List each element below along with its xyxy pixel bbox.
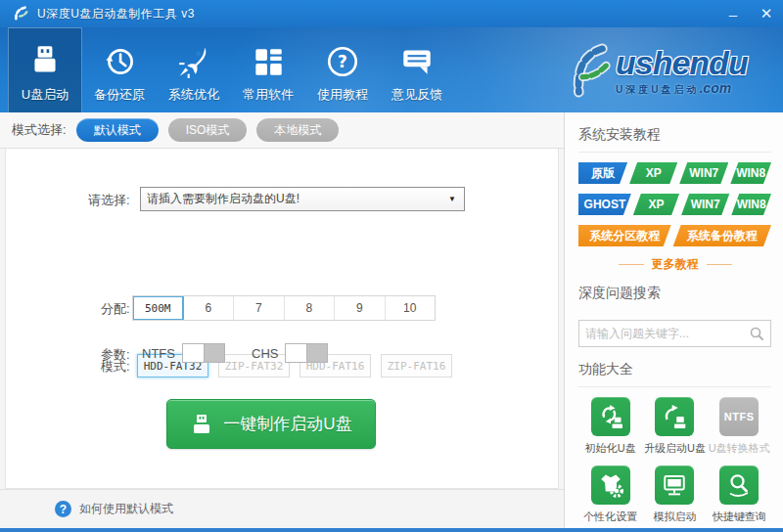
tutorial-partition[interactable]: 系统分区教程 [578, 225, 671, 246]
mode-option-zip-fat16[interactable]: ZIP-FAT16 [381, 354, 452, 377]
chs-toggle[interactable] [285, 343, 328, 363]
tutorial-row: 原版 XP WIN7 WIN8 [578, 162, 771, 184]
nav-label: U盘启动 [22, 86, 69, 104]
mode-pill-local[interactable]: 本地模式 [256, 118, 339, 142]
usb-drive-dropdown-value: 请插入需要制作启动盘的U盘! [147, 191, 448, 207]
chs-toggle-label: CHS [252, 346, 278, 361]
nav-item-common-software[interactable]: 常用软件 [231, 27, 305, 112]
feature-label: U盘转换格式 [709, 441, 770, 456]
tutorial-ghost-xp[interactable]: XP [633, 194, 679, 215]
personalize-icon [596, 470, 625, 500]
sidebar: 系统安装教程 原版 XP WIN7 WIN8 GHOST XP WIN7 WIN… [564, 112, 783, 528]
title-bar: U深度U盘启动盘制作工具 v3 – ✕ [0, 0, 783, 27]
brand-logo[interactable]: ushendu U深度U盘启动 .com [563, 35, 773, 106]
logo-figure-icon [563, 40, 614, 101]
nav-label: 意见反馈 [392, 86, 442, 104]
tutorial-ghost[interactable]: GHOST [578, 194, 631, 215]
feature-upgrade-usb[interactable]: 升级启动U盘 [643, 397, 708, 456]
minimize-button[interactable]: – [716, 0, 750, 27]
nav-bar: U盘启动 备份还原 系统优化 常用软件 [0, 27, 783, 112]
more-tutorials-link[interactable]: 更多教程 [652, 256, 699, 273]
footer-bar: ? 如何使用默认模式 [0, 489, 564, 528]
feature-personalize[interactable]: 个性化设置 [578, 466, 643, 524]
alloc-option-9[interactable]: 9 [335, 296, 386, 320]
usb-drive-icon [26, 43, 64, 80]
tutorial-yuanban-xp[interactable]: XP [629, 162, 677, 184]
help-link[interactable]: 如何使用默认模式 [79, 501, 173, 517]
mode-pill-default[interactable]: 默认模式 [76, 118, 159, 142]
alloc-row-label: 分配: [101, 300, 130, 318]
tutorial-yuanban-win7[interactable]: WIN7 [679, 162, 728, 184]
tutorial-yuanban[interactable]: 原版 [578, 162, 627, 184]
tutorial-row: 系统分区教程 系统备份教程 [578, 225, 771, 246]
ntfs-format-icon: NTFS [724, 411, 755, 422]
divider [619, 264, 644, 265]
feature-usb-format-convert[interactable]: NTFS U盘转换格式 [707, 397, 771, 456]
feature-label: 个性化设置 [583, 510, 637, 524]
alloc-option-500m[interactable]: 500M [133, 296, 184, 320]
make-boot-usb-button[interactable]: 一键制作启动U盘 [166, 399, 376, 449]
search-box [578, 320, 771, 347]
backup-restore-icon [101, 43, 138, 80]
alloc-option-10[interactable]: 10 [386, 296, 436, 320]
apps-grid-icon [250, 43, 287, 80]
feature-hotkey-query[interactable]: 快捷键查询 [707, 466, 771, 524]
nav-label: 使用教程 [317, 86, 368, 104]
nav-item-usb-boot[interactable]: U盘启动 [8, 27, 82, 112]
feature-label: 升级启动U盘 [644, 441, 706, 456]
feature-label: 快捷键查询 [713, 510, 766, 524]
alloc-option-7[interactable]: 7 [234, 296, 285, 320]
nav-item-system-optimize[interactable]: 系统优化 [157, 27, 231, 112]
toggle-knob [183, 344, 205, 362]
usb-drive-icon [190, 413, 213, 436]
logo-wordmark: ushendu [616, 46, 748, 79]
search-input[interactable] [585, 327, 749, 340]
toggle-knob [286, 344, 307, 362]
make-button-label: 一键制作启动U盘 [223, 413, 351, 435]
tutorial-ghost-win7[interactable]: WIN7 [681, 194, 729, 215]
simulate-boot-icon [660, 470, 689, 500]
alloc-option-6[interactable]: 6 [184, 296, 235, 320]
select-row-label: 请选择: [88, 192, 130, 209]
tutorial-yuanban-win8[interactable]: WIN8 [730, 162, 771, 184]
features-header: 功能大全 [578, 347, 771, 387]
mode-select-label: 模式选择: [12, 121, 67, 139]
mode-pill-iso[interactable]: ISO模式 [168, 118, 248, 142]
tutorial-backup[interactable]: 系统备份教程 [673, 225, 771, 246]
logo-subtitle: U深度U盘启动 [616, 85, 699, 95]
search-icon[interactable] [749, 326, 764, 341]
alloc-option-8[interactable]: 8 [285, 296, 336, 320]
tutorial-ghost-win8[interactable]: WIN8 [731, 194, 771, 215]
nav-item-feedback[interactable]: 意见反馈 [380, 27, 454, 112]
feedback-bubble-icon [398, 43, 436, 80]
allocation-segments: 500M 6 7 8 9 10 [132, 295, 436, 321]
upgrade-usb-icon [660, 402, 689, 431]
feature-label: 初始化U盘 [585, 441, 636, 456]
nav-label: 常用软件 [243, 86, 294, 104]
install-tutorials-header: 系统安装教程 [578, 112, 771, 153]
mode-select-bar: 模式选择: 默认模式 ISO模式 本地模式 [0, 112, 564, 149]
dropdown-arrow-icon: ▼ [448, 195, 456, 203]
close-button[interactable]: ✕ [750, 0, 783, 27]
feature-init-usb[interactable]: 初始化U盘 [578, 397, 643, 456]
more-tutorials: 更多教程 [578, 256, 771, 273]
svg-text:?: ? [338, 52, 347, 71]
logo-suffix: .com [699, 81, 731, 95]
question-search-header: 深度问题搜索 [578, 273, 771, 310]
rocket-icon [175, 43, 212, 80]
form-panel: 请选择: 请插入需要制作启动盘的U盘! ▼ 模式: HDD-FAT32 ZIP-… [5, 149, 559, 489]
main-content: 模式选择: 默认模式 ISO模式 本地模式 请选择: 请插入需要制作启动盘的U盘… [0, 112, 564, 528]
ntfs-toggle[interactable] [182, 343, 225, 363]
nav-label: 系统优化 [168, 86, 219, 104]
feature-simulate-boot[interactable]: 模拟启动 [643, 466, 708, 524]
nav-item-tutorial[interactable]: ? 使用教程 [305, 27, 380, 112]
question-circle-icon: ? [324, 43, 361, 80]
tutorial-row: GHOST XP WIN7 WIN8 [578, 194, 771, 215]
help-question-icon: ? [55, 501, 71, 517]
hotkey-query-icon [724, 470, 754, 500]
init-usb-icon [596, 402, 625, 431]
nav-item-backup-restore[interactable]: 备份还原 [82, 27, 157, 112]
nav-label: 备份还原 [94, 86, 145, 104]
ntfs-toggle-label: NTFS [142, 346, 175, 361]
usb-drive-dropdown[interactable]: 请插入需要制作启动盘的U盘! ▼ [140, 187, 465, 211]
